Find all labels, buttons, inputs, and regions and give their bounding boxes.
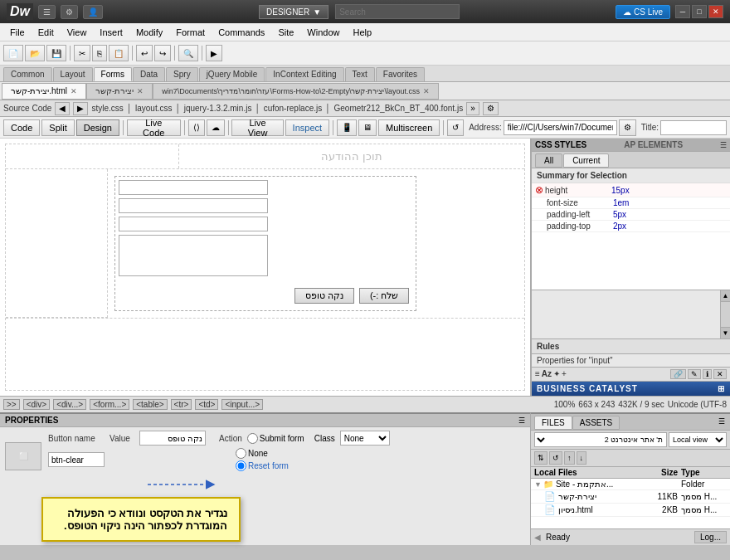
tb-redo-btn[interactable]: ↪: [154, 45, 171, 61]
log-button[interactable]: Log...: [694, 531, 727, 543]
multiscreen-button[interactable]: Multiscreen: [378, 119, 440, 136]
address-input[interactable]: [504, 120, 617, 135]
title-search-input[interactable]: [335, 4, 460, 19]
code-view-button[interactable]: Code: [3, 119, 40, 136]
tab-favorites[interactable]: Favorites: [376, 67, 425, 81]
menu-modify[interactable]: Modify: [129, 26, 169, 39]
file-tab-1[interactable]: יצירת-קשר ✕: [86, 83, 153, 100]
tab-jquery[interactable]: jQuery Mobile: [199, 67, 265, 81]
submit-form-button[interactable]: שלח :-): [359, 288, 409, 304]
site-dropdown[interactable]: ת' אתר אינטרנט 2: [534, 432, 667, 447]
inspect-button[interactable]: Inspect: [285, 119, 329, 136]
file-row-site[interactable]: ▼ 📁 Site - אתקמת... Folder: [531, 479, 730, 490]
file-tab-2[interactable]: win7\Documents\עזר\חומר\מדריך\Forms-How-…: [153, 83, 439, 100]
form-field-3[interactable]: [119, 217, 268, 231]
tb-save-btn[interactable]: 💾: [46, 45, 66, 61]
status-tag-div1[interactable]: <div>: [23, 399, 50, 410]
form-textarea[interactable]: [119, 235, 268, 276]
device-icon-btn[interactable]: 📱: [337, 119, 357, 136]
action-none-radio[interactable]: [236, 448, 246, 459]
action-submit-label[interactable]: Submit form: [247, 433, 304, 444]
class-select[interactable]: None: [340, 431, 390, 446]
css-tab-all[interactable]: All: [535, 153, 562, 168]
value-input[interactable]: [139, 431, 206, 446]
form-field-2[interactable]: [119, 198, 268, 213]
address-go-btn[interactable]: ⚙: [619, 119, 636, 136]
cs-live-button[interactable]: ☁ CS Live: [616, 5, 670, 19]
menu-file[interactable]: File: [3, 26, 32, 39]
menu-site[interactable]: Site: [271, 26, 300, 39]
status-tag-expand[interactable]: >>: [3, 399, 20, 410]
bc-expand-icon[interactable]: ⊞: [718, 384, 725, 393]
menu-help[interactable]: Help: [346, 26, 378, 39]
designer-button[interactable]: DESIGNER ▼: [259, 5, 328, 19]
tb-copy-btn[interactable]: ⎘: [92, 45, 107, 61]
tab-text[interactable]: Text: [345, 67, 375, 81]
status-tag-tr[interactable]: <tr>: [171, 399, 192, 410]
menu-insert[interactable]: Insert: [93, 26, 129, 39]
tab-common[interactable]: Common: [3, 67, 52, 81]
tab-data[interactable]: Data: [133, 67, 165, 81]
status-tag-td[interactable]: <td>: [195, 399, 218, 410]
action-submit-radio[interactable]: [247, 433, 258, 444]
css-panel-menu-btn[interactable]: ☰: [720, 141, 727, 149]
view-icon-1[interactable]: ⟨⟩: [188, 119, 205, 136]
scrollbar-up[interactable]: ▲: [721, 290, 730, 302]
path-file-2[interactable]: layout.css: [135, 104, 172, 113]
path-expand-btn[interactable]: »: [466, 102, 479, 115]
tab-incontext[interactable]: InContext Editing: [265, 67, 343, 81]
view-dropdown[interactable]: Local view: [669, 432, 727, 447]
tab-layout[interactable]: Layout: [53, 67, 93, 81]
file-tab-1-close[interactable]: ✕: [137, 87, 144, 95]
path-file-3[interactable]: jquery-1.3.2.min.js: [184, 104, 252, 113]
tab-spry[interactable]: Spry: [166, 67, 198, 81]
split-view-button[interactable]: Split: [41, 119, 74, 136]
refresh-btn[interactable]: ↺: [447, 119, 464, 136]
menu-edit[interactable]: Edit: [32, 26, 61, 39]
menu-format[interactable]: Format: [169, 26, 212, 39]
form-field-1[interactable]: [119, 180, 268, 195]
title-input[interactable]: [660, 120, 727, 135]
file-row-1[interactable]: 📄 יצירת-קשר 11KB מסמך H...: [531, 490, 730, 504]
maximize-button[interactable]: □: [692, 5, 707, 18]
scrollbar-down[interactable]: ▼: [721, 327, 730, 338]
tab-forms[interactable]: Forms: [94, 67, 132, 81]
path-btn-1[interactable]: ◀: [55, 102, 70, 115]
ap-elements-label[interactable]: AP ELEMENTS: [624, 140, 683, 149]
path-file-5[interactable]: Geometr212_BkCn_BT_400.font.js: [333, 104, 463, 113]
settings-icon-btn[interactable]: ⚙: [61, 5, 78, 19]
menu-window[interactable]: Window: [300, 26, 346, 39]
status-tag-form[interactable]: <form...>: [90, 399, 129, 410]
refresh-files-btn[interactable]: ↺: [549, 451, 562, 465]
user-icon-btn[interactable]: 👤: [83, 5, 103, 19]
upload-btn[interactable]: ↑: [564, 451, 575, 465]
tb-paste-btn[interactable]: 📋: [109, 45, 129, 61]
properties-menu-btn[interactable]: ☰: [518, 416, 525, 425]
action-none-label[interactable]: None: [236, 448, 289, 459]
files-panel-menu[interactable]: ☰: [717, 416, 727, 430]
view-icon-2[interactable]: ☁: [207, 119, 225, 136]
file-tab-2-close[interactable]: ✕: [423, 87, 430, 95]
action-reset-radio[interactable]: [236, 460, 246, 471]
prop-delete-btn[interactable]: ✕: [713, 369, 727, 379]
file-tab-0[interactable]: יצירת-קשר.html ✕: [2, 83, 86, 100]
minimize-button[interactable]: ─: [675, 5, 690, 18]
path-file-1[interactable]: style.css: [91, 104, 123, 113]
menu-icon-btn[interactable]: ☰: [38, 5, 56, 19]
path-options-btn[interactable]: ⚙: [483, 102, 499, 115]
prop-link-btn[interactable]: 🔗: [670, 369, 686, 379]
live-code-button[interactable]: Live Code: [127, 119, 181, 136]
status-tag-input[interactable]: <input...>: [221, 399, 263, 410]
menu-view[interactable]: View: [61, 26, 94, 39]
tb-preview-btn[interactable]: ▶: [206, 45, 222, 61]
prop-edit-btn[interactable]: ✎: [688, 369, 701, 379]
prop-info-btn[interactable]: ℹ: [703, 369, 712, 379]
path-file-4[interactable]: cufon-replace.js: [264, 104, 323, 113]
action-reset-label[interactable]: Reset form: [236, 460, 289, 471]
file-tab-0-close[interactable]: ✕: [71, 87, 77, 95]
files-tab[interactable]: FILES: [534, 416, 572, 430]
download-btn[interactable]: ↓: [577, 451, 587, 465]
design-view-button[interactable]: Design: [76, 119, 119, 136]
assets-tab[interactable]: ASSETS: [572, 416, 620, 430]
screen-icon-btn[interactable]: 🖥: [358, 119, 377, 136]
